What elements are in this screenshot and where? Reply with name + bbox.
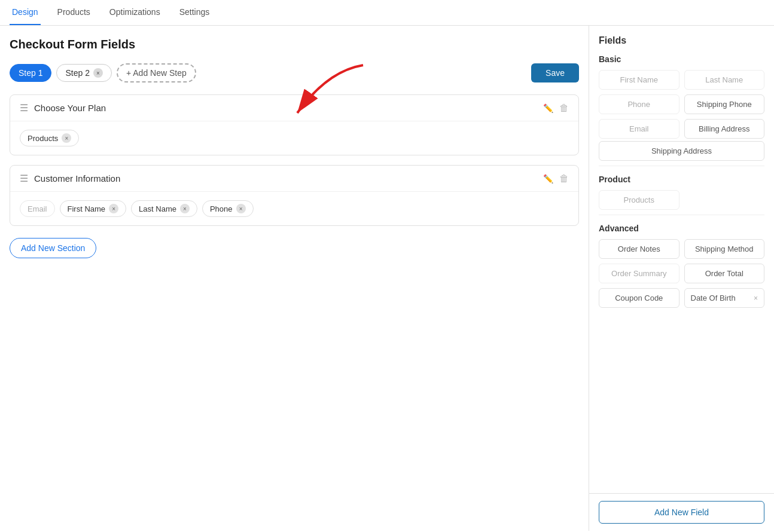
field-date-of-birth-label: Date Of Birth	[691, 293, 736, 302]
nav-tab-products[interactable]: Products	[55, 0, 93, 25]
field-first-name-label: First Name	[620, 75, 658, 84]
field-tag-products-1-label: Products	[28, 134, 58, 143]
field-date-of-birth-remove[interactable]: ×	[754, 294, 758, 302]
field-date-of-birth[interactable]: Date Of Birth ×	[684, 288, 765, 308]
field-tag-phone-remove[interactable]: ×	[236, 204, 246, 213]
nav-tab-settings[interactable]: Settings	[177, 0, 212, 25]
section-1-body: Products ×	[10, 121, 578, 155]
section-2-body: Email First Name × Last Name × Phone ×	[10, 192, 578, 225]
fields-panel: Fields Basic First Name Last Name Phone …	[589, 26, 774, 493]
page-title: Checkout Form Fields	[10, 38, 579, 51]
add-section-label: Add New Section	[21, 243, 85, 253]
step-2-close-icon[interactable]: ×	[93, 68, 103, 78]
field-coupon-code-label: Coupon Code	[615, 293, 663, 302]
add-step-button[interactable]: + Add New Step	[117, 63, 196, 82]
field-first-name[interactable]: First Name	[599, 70, 679, 90]
step-1-button[interactable]: Step 1	[10, 64, 51, 82]
field-tag-firstname: First Name ×	[60, 200, 127, 217]
right-panel: Fields Basic First Name Last Name Phone …	[589, 26, 774, 531]
basic-fields-grid: First Name Last Name Phone Shipping Phon…	[599, 70, 764, 139]
section-1-title: Choose Your Plan	[34, 103, 537, 113]
fields-section-product-label: Product	[599, 175, 764, 184]
field-billing-address-label: Billing Address	[699, 124, 749, 133]
field-phone-label: Phone	[627, 100, 650, 109]
field-order-summary-label: Order Summary	[611, 269, 666, 278]
field-tag-firstname-label: First Name	[68, 204, 106, 213]
step-1-label: Step 1	[19, 68, 42, 78]
section-1-delete-icon[interactable]: 🗑	[559, 103, 569, 114]
field-tag-products-1: Products ×	[20, 130, 79, 146]
nav-tab-design[interactable]: Design	[10, 0, 41, 25]
field-tag-phone: Phone ×	[202, 200, 254, 217]
section-2-title: Customer Information	[34, 173, 537, 184]
field-email-label: Email	[629, 124, 649, 133]
main-layout: Checkout Form Fields Step 1 Step 2 × + A…	[0, 26, 774, 531]
section-2-header: ☰ Customer Information ✏️ 🗑	[10, 166, 578, 192]
step-2-button[interactable]: Step 2 ×	[56, 64, 111, 82]
field-tag-phone-label: Phone	[210, 204, 233, 213]
field-tag-firstname-remove[interactable]: ×	[109, 204, 118, 213]
section-2-edit-icon[interactable]: ✏️	[543, 174, 553, 184]
add-section-button[interactable]: Add New Section	[10, 238, 96, 258]
fields-section-basic-label: Basic	[599, 54, 764, 64]
section-1-drag-icon[interactable]: ☰	[20, 102, 28, 114]
section-choose-your-plan: ☰ Choose Your Plan ✏️ 🗑 Products ×	[10, 94, 579, 155]
field-shipping-phone-label: Shipping Phone	[697, 100, 752, 109]
field-tag-lastname-remove[interactable]: ×	[180, 204, 190, 213]
field-tag-lastname-label: Last Name	[139, 204, 176, 213]
section-1-header: ☰ Choose Your Plan ✏️ 🗑	[10, 95, 578, 121]
field-shipping-address[interactable]: Shipping Address	[599, 141, 764, 161]
section-2-delete-icon[interactable]: 🗑	[559, 173, 569, 184]
field-order-notes[interactable]: Order Notes	[599, 239, 679, 259]
left-panel: Checkout Form Fields Step 1 Step 2 × + A…	[0, 26, 589, 531]
add-step-label: + Add New Step	[126, 68, 187, 78]
save-button[interactable]: Save	[531, 63, 579, 82]
field-shipping-address-label: Shipping Address	[651, 146, 712, 155]
field-tag-products-1-remove[interactable]: ×	[62, 133, 71, 143]
product-fields-grid: Products	[599, 190, 764, 210]
field-email[interactable]: Email	[599, 119, 679, 139]
field-phone[interactable]: Phone	[599, 94, 679, 114]
top-nav: Design Products Optimizations Settings	[0, 0, 774, 26]
field-tag-email-label: Email	[28, 204, 47, 213]
field-billing-address[interactable]: Billing Address	[684, 119, 765, 139]
steps-bar: Step 1 Step 2 × + Add New Step Save	[10, 63, 579, 82]
step-2-label: Step 2	[65, 68, 89, 78]
field-products-label: Products	[624, 195, 654, 204]
fields-section-advanced-label: Advanced	[599, 224, 764, 233]
field-order-summary[interactable]: Order Summary	[599, 264, 679, 283]
nav-tab-optimizations[interactable]: Optimizations	[107, 0, 163, 25]
field-order-total-label: Order Total	[705, 269, 743, 278]
add-field-button[interactable]: Add New Field	[599, 501, 764, 524]
field-shipping-method[interactable]: Shipping Method	[684, 239, 765, 259]
field-order-total[interactable]: Order Total	[684, 264, 765, 283]
advanced-fields-grid: Order Notes Shipping Method Order Summar…	[599, 239, 764, 308]
fields-panel-title: Fields	[599, 35, 764, 46]
field-shipping-phone[interactable]: Shipping Phone	[684, 94, 765, 114]
field-products[interactable]: Products	[599, 190, 679, 210]
field-last-name-label: Last Name	[705, 75, 743, 84]
field-order-notes-label: Order Notes	[618, 244, 660, 253]
field-coupon-code[interactable]: Coupon Code	[599, 288, 679, 308]
section-customer-information: ☰ Customer Information ✏️ 🗑 Email First …	[10, 165, 579, 226]
field-last-name[interactable]: Last Name	[684, 70, 765, 90]
section-1-edit-icon[interactable]: ✏️	[543, 103, 553, 113]
section-2-drag-icon[interactable]: ☰	[20, 173, 28, 184]
field-tag-email: Email	[20, 200, 55, 217]
add-field-button-wrap: Add New Field	[589, 493, 774, 531]
field-shipping-method-label: Shipping Method	[695, 244, 754, 253]
field-tag-lastname: Last Name ×	[131, 200, 197, 217]
